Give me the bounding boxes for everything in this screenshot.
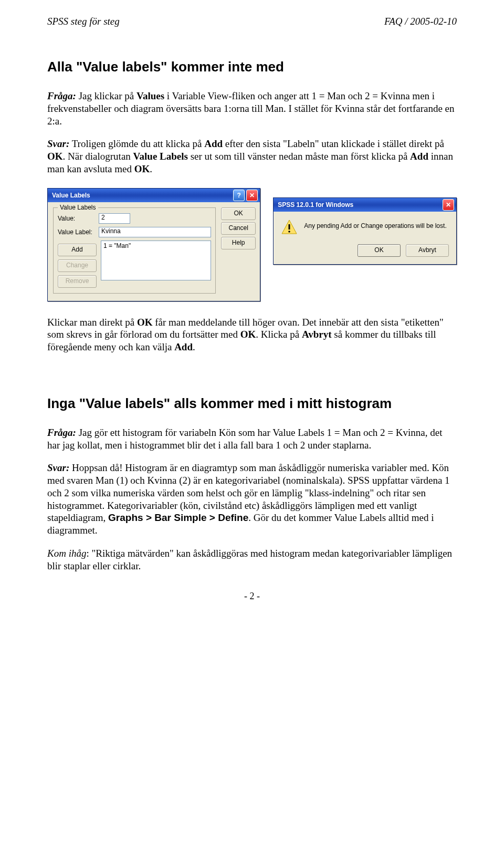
value-labels-title: Value Labels (52, 192, 232, 199)
value-label-label: Value Label: (58, 228, 99, 236)
alert-cancel-button[interactable]: Avbryt (406, 244, 449, 257)
remove-button[interactable]: Remove (58, 275, 97, 288)
value-labels-group: Value Labels Value: 2 Value Label: Kvinn… (53, 207, 216, 294)
header-left: SPSS steg för steg (47, 16, 120, 27)
section1-question: Fråga: Jag klickar på Values i Variable … (47, 90, 457, 127)
help-icon[interactable]: ? (233, 190, 245, 201)
value-labels-titlebar[interactable]: Value Labels ? ✕ (48, 189, 260, 202)
cancel-button[interactable]: Cancel (221, 222, 256, 235)
close-icon[interactable]: ✕ (246, 190, 258, 201)
value-input[interactable]: 2 (99, 213, 130, 224)
close-icon[interactable]: ✕ (443, 199, 454, 211)
svg-point-2 (288, 231, 290, 233)
value-labels-dialog: Value Labels ? ✕ Value Labels Value: 2 V… (47, 188, 260, 301)
section1-title: Alla "Value labels" kommer inte med (47, 59, 457, 75)
svg-rect-1 (289, 224, 290, 229)
change-button[interactable]: Change (58, 259, 97, 272)
header-right: FAQ / 2005-02-10 (384, 16, 457, 27)
ok-button[interactable]: OK (221, 207, 256, 220)
alert-titlebar[interactable]: SPSS 12.0.1 for Windows ✕ (274, 198, 456, 212)
list-item[interactable]: 1 = "Man" (103, 242, 208, 249)
help-button[interactable]: Help (221, 237, 256, 249)
warning-icon (281, 219, 298, 236)
section1-answer: Svar: Troligen glömde du att klicka på A… (47, 138, 457, 175)
alert-title: SPSS 12.0.1 for Windows (278, 201, 441, 208)
alert-ok-button[interactable]: OK (358, 244, 401, 257)
section2-question: Fråga: Jag gör ett histogram för variabe… (47, 426, 457, 452)
group-legend: Value Labels (58, 204, 98, 211)
alert-message: Any pending Add or Change operations wil… (304, 219, 447, 229)
spss-alert-dialog: SPSS 12.0.1 for Windows ✕ Any pending Ad… (273, 197, 457, 265)
section2-title: Inga "Value labels" alls kommer med i mi… (47, 395, 457, 412)
labels-listbox[interactable]: 1 = "Man" (101, 241, 211, 280)
section1-followup: Klickar man direkt på OK får man meddela… (47, 316, 457, 353)
page-number: - 2 - (47, 591, 457, 602)
value-label: Value: (58, 215, 99, 222)
page-header: SPSS steg för steg FAQ / 2005-02-10 (47, 16, 457, 27)
section2-remember: Kom ihåg: "Riktiga mätvärden" kan åskådl… (47, 547, 457, 572)
section2-answer: Svar: Hoppsan då! Histogram är en diagra… (47, 462, 457, 537)
add-button[interactable]: Add (58, 244, 97, 256)
value-label-input[interactable]: Kvinna (99, 227, 211, 237)
